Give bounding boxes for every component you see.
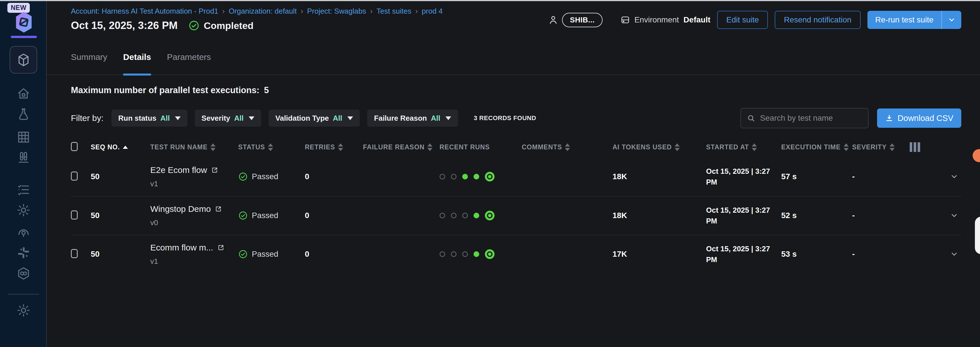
columns-icon[interactable] xyxy=(910,142,961,152)
sort-icon[interactable] xyxy=(843,143,849,151)
cell-ai-tokens: 17K xyxy=(612,249,706,259)
cell-test-run-name: E2e Ecom flowv1 xyxy=(150,165,238,188)
sort-icon[interactable] xyxy=(675,143,680,151)
sort-icon[interactable] xyxy=(565,143,570,151)
status-text: Passed xyxy=(252,172,278,181)
filter-name: Failure Reason xyxy=(374,114,427,123)
tab-summary[interactable]: Summary xyxy=(71,49,107,75)
row-checkbox[interactable] xyxy=(71,171,78,181)
sidebar-item-chaos[interactable] xyxy=(0,225,47,239)
user-pill-button[interactable]: SHIB... xyxy=(562,13,603,27)
select-all-checkbox[interactable] xyxy=(71,142,78,151)
column-header-recent-runs[interactable]: RECENT RUNS xyxy=(439,143,522,151)
sort-icon[interactable] xyxy=(427,143,433,151)
tab-details[interactable]: Details xyxy=(123,49,151,75)
sidebar-item-test-tubes[interactable] xyxy=(0,150,47,165)
column-header-ai-tokens-used[interactable]: AI TOKENS USED xyxy=(612,143,706,151)
column-header-execution-time[interactable]: EXECUTION TIME xyxy=(781,143,852,151)
sidebar-item-grid[interactable] xyxy=(0,130,47,144)
rerun-dropdown-toggle[interactable] xyxy=(942,16,961,24)
filter-severity[interactable]: SeverityAll xyxy=(195,110,261,126)
column-header-failure-reason[interactable]: FAILURE REASON xyxy=(363,143,439,151)
sort-asc-icon[interactable] xyxy=(123,146,128,149)
external-link-icon[interactable] xyxy=(215,205,222,213)
external-link-icon[interactable] xyxy=(217,244,224,251)
recent-run-dot-pass[interactable] xyxy=(474,213,479,218)
breadcrumb-item[interactable]: Organization: default xyxy=(229,7,297,16)
chevron-down-icon[interactable] xyxy=(950,173,958,181)
sidebar-item-experiments[interactable] xyxy=(0,107,47,122)
search-box[interactable] xyxy=(740,108,869,128)
sidebar-item-settings-bottom[interactable] xyxy=(0,303,47,318)
breadcrumb-item[interactable]: prod 4 xyxy=(422,7,443,16)
table-row: 50Wingstop Demov0Passed018KOct 15, 2025 … xyxy=(71,196,961,235)
recent-run-dot-current[interactable] xyxy=(485,249,495,259)
chevron-down-icon[interactable] xyxy=(950,211,958,220)
check-circle-icon xyxy=(238,172,248,181)
test-run-name-link[interactable]: E2e Ecom flow xyxy=(150,165,207,175)
filter-failure-reason[interactable]: Failure ReasonAll xyxy=(367,110,458,126)
topbar: Account: Harness AI Test Automation - Pr… xyxy=(47,1,980,41)
cell-seq-no: 50 xyxy=(91,172,150,181)
column-header-comments[interactable]: COMMENTS xyxy=(522,143,612,151)
column-header-test-run-name[interactable]: TEST RUN NAME xyxy=(150,143,238,151)
recent-run-dot-pass[interactable] xyxy=(474,251,479,257)
cube-icon xyxy=(16,52,31,67)
sidebar-item-home[interactable] xyxy=(0,86,47,101)
test-run-name-link[interactable]: Wingstop Demo xyxy=(150,204,211,214)
column-header-status[interactable]: STATUS xyxy=(238,143,305,151)
breadcrumb-item[interactable]: Test suites xyxy=(377,7,412,16)
cell-retries: 0 xyxy=(305,172,363,181)
gear-icon xyxy=(16,303,31,318)
chevron-down-icon[interactable] xyxy=(950,250,958,258)
environment-value[interactable]: Default xyxy=(683,15,710,24)
tab-parameters[interactable]: Parameters xyxy=(167,49,211,75)
row-checkbox[interactable] xyxy=(71,249,78,258)
column-header-severity[interactable]: SEVERITY xyxy=(852,143,907,151)
search-input[interactable] xyxy=(760,114,862,123)
sort-icon[interactable] xyxy=(268,143,273,151)
recent-run-dot-none[interactable] xyxy=(451,213,457,218)
resend-notification-button[interactable]: Resend notification xyxy=(775,11,860,29)
recent-run-dot-current[interactable] xyxy=(485,211,495,221)
column-header-retries[interactable]: RETRIES xyxy=(305,143,363,151)
app-logo-icon[interactable] xyxy=(11,10,36,35)
external-link-icon[interactable] xyxy=(211,166,218,174)
sidebar-item-pipelines[interactable] xyxy=(0,266,47,281)
recent-run-dot-pass[interactable] xyxy=(462,174,468,179)
recent-run-dot-none[interactable] xyxy=(439,213,445,218)
sort-icon[interactable] xyxy=(752,143,757,151)
column-header-started-at[interactable]: STARTED AT xyxy=(706,143,781,151)
sort-icon[interactable] xyxy=(889,143,895,151)
breadcrumb-item[interactable]: Project: Swaglabs xyxy=(307,7,366,16)
recent-run-dot-none[interactable] xyxy=(451,174,457,179)
sort-icon[interactable] xyxy=(210,143,215,151)
sidebar-item-integrations[interactable] xyxy=(0,245,47,260)
recent-run-dot-none[interactable] xyxy=(439,174,445,179)
recent-run-dot-none[interactable] xyxy=(462,251,468,257)
column-header-seq-no-[interactable]: SEQ NO. xyxy=(91,143,150,151)
recent-run-dot-pass[interactable] xyxy=(474,174,479,179)
sidebar-item-checklist[interactable] xyxy=(0,182,47,197)
cell-recent-runs xyxy=(439,172,522,181)
recent-run-dot-none[interactable] xyxy=(439,251,445,257)
test-run-name-link[interactable]: Ecomm flow m... xyxy=(150,243,213,253)
recent-run-dot-none[interactable] xyxy=(462,213,468,218)
rerun-label[interactable]: Re-run test suite xyxy=(867,15,942,24)
rerun-test-suite-button[interactable]: Re-run test suite xyxy=(867,11,961,29)
filter-run-status[interactable]: Run statusAll xyxy=(111,110,188,126)
sidebar-item-settings-mid[interactable] xyxy=(0,203,47,217)
filter-validation-type[interactable]: Validation TypeAll xyxy=(269,110,360,126)
edit-suite-button[interactable]: Edit suite xyxy=(717,11,768,29)
test-run-version: v1 xyxy=(150,179,238,188)
breadcrumb-item[interactable]: Account: Harness AI Test Automation - Pr… xyxy=(71,7,218,16)
help-widget-cutoff[interactable] xyxy=(975,217,980,254)
recent-run-dot-current[interactable] xyxy=(485,172,495,181)
row-checkbox[interactable] xyxy=(71,210,78,219)
sidebar-item-modules[interactable] xyxy=(10,46,37,74)
column-label: SEQ NO. xyxy=(91,143,120,151)
filter-name: Validation Type xyxy=(275,114,329,123)
recent-run-dot-none[interactable] xyxy=(451,251,457,257)
sort-icon[interactable] xyxy=(338,143,343,151)
download-csv-button[interactable]: Download CSV xyxy=(877,109,961,128)
